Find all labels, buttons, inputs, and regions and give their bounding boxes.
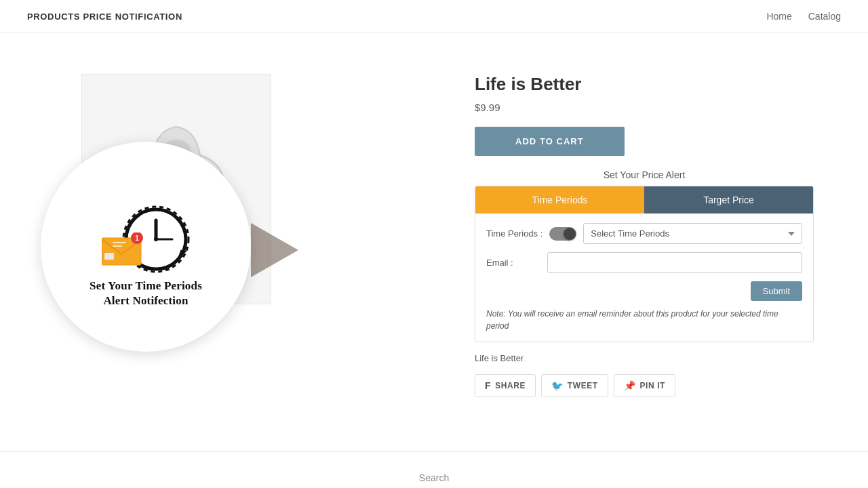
time-periods-toggle[interactable]: [549, 227, 576, 241]
svg-rect-4: [113, 242, 126, 243]
toggle-container: [549, 227, 576, 241]
product-image-area: 1: [54, 74, 434, 397]
tab-content-time-periods: Time Periods : Select Time Periods 1 Day…: [475, 214, 813, 342]
email-input[interactable]: [547, 252, 802, 273]
twitter-icon: 🐦: [551, 380, 564, 391]
social-buttons: f SHARE 🐦 TWEET 📌 PIN IT: [475, 374, 814, 397]
pin-button[interactable]: 📌 PIN IT: [614, 374, 675, 397]
envelope-icon: 1: [102, 232, 146, 266]
facebook-icon: f: [485, 380, 491, 391]
badge-text: Set Your Time Periods Alert Notifection: [90, 279, 202, 308]
tweet-label: TWEET: [568, 381, 598, 390]
badge-circle: 1: [41, 142, 251, 352]
submit-button[interactable]: Submit: [751, 281, 802, 301]
tweet-button[interactable]: 🐦 TWEET: [541, 374, 608, 397]
product-price: $9.99: [475, 102, 814, 113]
toggle-thumb: [564, 228, 576, 240]
arrow-shape: [251, 223, 298, 277]
email-label: Email :: [486, 258, 540, 268]
email-row: Email :: [486, 252, 802, 273]
tab-time-periods[interactable]: Time Periods: [475, 186, 644, 214]
footer: Search: [0, 451, 868, 488]
time-periods-select[interactable]: Select Time Periods 1 Day 3 Days 1 Week …: [583, 223, 802, 244]
svg-rect-5: [113, 245, 122, 247]
badge-icon: 1: [102, 185, 190, 273]
svg-text:1: 1: [135, 235, 139, 242]
submit-row: Submit: [486, 281, 802, 301]
alert-tabs: Time Periods Target Price: [475, 186, 813, 214]
share-button[interactable]: f SHARE: [475, 374, 536, 397]
price-alert-box: Time Periods Target Price Time Periods :…: [475, 186, 814, 342]
logo: PRODUCTS PRICE NOTIFICATION: [27, 12, 182, 22]
footer-search-link[interactable]: Search: [419, 472, 449, 483]
pin-label: PIN IT: [639, 381, 665, 390]
price-alert-title: Set Your Price Alert: [475, 169, 814, 180]
product-tag: Life is Better: [475, 353, 814, 363]
svg-rect-1: [104, 253, 114, 260]
pinterest-icon: 📌: [624, 380, 636, 391]
main-nav: Home Catalog: [766, 11, 841, 22]
share-label: SHARE: [495, 381, 526, 390]
header: PRODUCTS PRICE NOTIFICATION Home Catalog: [0, 0, 868, 33]
time-periods-label: Time Periods :: [486, 228, 542, 239]
tab-target-price[interactable]: Target Price: [644, 186, 813, 214]
product-info: Life is Better $9.99 ADD TO CART Set You…: [475, 74, 814, 397]
add-to-cart-button[interactable]: ADD TO CART: [475, 127, 625, 156]
product-title: Life is Better: [475, 74, 814, 95]
nav-home[interactable]: Home: [766, 11, 791, 22]
nav-catalog[interactable]: Catalog: [808, 11, 841, 22]
main-content: 1: [27, 33, 841, 424]
note-text: Note: You will receive an email reminder…: [486, 308, 802, 332]
time-periods-row: Time Periods : Select Time Periods 1 Day…: [486, 223, 802, 244]
